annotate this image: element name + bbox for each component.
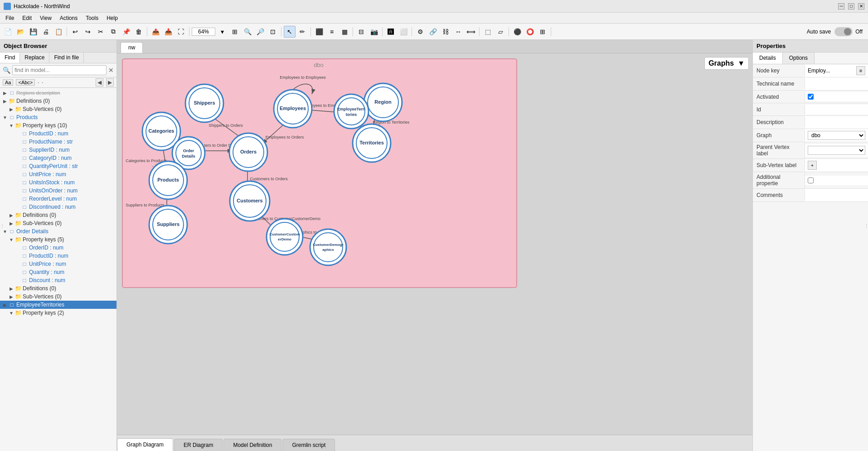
layout-btn[interactable]: ⊟ (355, 26, 367, 38)
menu-help[interactable]: Help (103, 14, 121, 22)
tree-row-qpu[interactable]: □ QuantityPerUnit : str (0, 162, 116, 170)
delete-button[interactable]: 🗑 (133, 26, 145, 38)
tree-row-categoryid[interactable]: □ CategoryID : num (0, 154, 116, 162)
graph-dropdown[interactable]: dbo (808, 131, 865, 140)
menu-actions[interactable]: Actions (56, 14, 81, 22)
search-input[interactable] (12, 65, 107, 75)
replace-tab[interactable]: Replace (20, 53, 49, 63)
find-in-file-tab[interactable]: Find in file (49, 53, 84, 63)
graph-diagram[interactable]: dbo Employees to Employees Shippers to O… (121, 58, 743, 417)
description-input[interactable] (808, 119, 868, 125)
tab-gremlin-script[interactable]: Gremlin script (282, 439, 335, 451)
zoom-display[interactable]: 64% (192, 28, 215, 36)
minimize-button[interactable]: ─ (838, 3, 844, 10)
props-tab-details[interactable]: Details (753, 53, 783, 64)
fullscreen-button[interactable]: ⛶ (175, 26, 187, 38)
link-btn[interactable]: 🔗 (427, 26, 439, 38)
tree-row-productid2[interactable]: □ ProductID : num (0, 252, 116, 260)
tab-graph-diagram[interactable]: Graph Diagram (117, 438, 173, 451)
tree-row-unitsinstock[interactable]: □ UnitsInStock : num (0, 178, 116, 187)
align-right[interactable]: ▦ (339, 26, 350, 38)
exp-sv-products[interactable]: ▶ (8, 221, 15, 226)
tree-item-subvertices1[interactable]: ▶ 📁 Sub-Vertices (0) (0, 105, 116, 113)
tree-row-unitsonorder[interactable]: □ UnitsOnOrder : num (0, 187, 116, 195)
tab-er-diagram[interactable]: ER Diagram (174, 439, 223, 451)
cut-button[interactable]: ✂ (95, 26, 107, 38)
find-tab[interactable]: Find (0, 53, 20, 63)
export-button[interactable]: 📤 (150, 26, 161, 38)
close-button[interactable]: ✕ (858, 3, 864, 10)
expander-products[interactable]: ▼ (2, 115, 8, 120)
tab-model-definition[interactable]: Model Definition (223, 439, 281, 451)
import-button[interactable]: 📥 (162, 26, 174, 38)
expander-def1[interactable]: ▶ (2, 99, 8, 104)
case-sensitive-option[interactable]: Aa (3, 79, 13, 86)
tree-item-regions[interactable]: ▶ □ Regions description (0, 89, 116, 97)
new-button[interactable]: 📄 (2, 26, 14, 38)
additional-checkbox[interactable] (808, 178, 814, 183)
tree-item-def-products[interactable]: ▶ 📁 Definitions (0) (0, 211, 116, 219)
tree-row-unitprice2[interactable]: □ UnitPrice : num (0, 260, 116, 268)
exp-orderdetails[interactable]: ▼ (2, 229, 8, 234)
tree-row-reorderlevel[interactable]: □ ReorderLevel : num (0, 195, 116, 203)
chain2-btn[interactable]: ⟺ (465, 26, 477, 38)
nodekey-edit-button[interactable]: ≡ (856, 66, 865, 75)
tree-item-def-od[interactable]: ▶ 📁 Definitions (0) (0, 284, 116, 293)
chain-btn[interactable]: ↔ (452, 26, 464, 38)
align-left[interactable]: ⬛ (313, 26, 325, 38)
format2-btn[interactable]: ⬜ (398, 26, 409, 38)
save-button[interactable]: 💾 (27, 26, 39, 38)
panel-resize-handle[interactable]: ⋮ (864, 223, 868, 228)
circle-out-btn[interactable]: ⭕ (524, 26, 536, 38)
menu-edit[interactable]: Edit (19, 14, 35, 22)
menu-file[interactable]: File (2, 14, 18, 22)
tree-item-definitions1[interactable]: ▶ 📁 Definitions (0) (0, 97, 116, 105)
techname-input[interactable] (808, 81, 868, 87)
exp-pk-et[interactable]: ▼ (8, 311, 15, 316)
tree-item-propkeys-products[interactable]: ▼ 📁 Property keys (10) (0, 121, 116, 130)
exp-def-od[interactable]: ▶ (8, 286, 15, 291)
tree-item-pk-et[interactable]: ▼ 📁 Property keys (2) (0, 309, 116, 317)
zoom-in-button[interactable]: 🔍 (242, 26, 253, 38)
panel-btn[interactable]: ▱ (495, 26, 506, 38)
node-ccd[interactable] (267, 219, 303, 255)
tree-row-discount[interactable]: □ Discount : num (0, 276, 116, 284)
parentvertex-dropdown[interactable] (808, 146, 865, 155)
tree-row-quantity[interactable]: □ Quantity : num (0, 268, 116, 276)
print-button[interactable]: 🖨 (40, 26, 52, 38)
graphs-dropdown[interactable]: Graphs ▼ (704, 57, 749, 70)
search-type-option[interactable]: <Abc> (16, 79, 35, 86)
save-as-button[interactable]: 📋 (53, 26, 64, 38)
zoom-reset-button[interactable]: ⊡ (267, 26, 279, 38)
autosave-toggle[interactable] (834, 27, 853, 36)
menu-tools[interactable]: Tools (82, 14, 102, 22)
grid-btn[interactable]: ⊞ (537, 26, 548, 38)
right-panel-resize-handle[interactable]: ⋮ (0, 223, 3, 228)
tree-row-orderid[interactable]: □ OrderID : num (0, 244, 116, 252)
tree-item-employeeterritories[interactable]: ▶ □ EmployeeTerritories (0, 301, 116, 309)
select-tool[interactable]: ↖ (284, 26, 296, 38)
expander-regions[interactable]: ▶ (2, 91, 8, 96)
exp-et[interactable]: ▶ (2, 302, 8, 307)
copy-button[interactable]: ⧉ (107, 26, 119, 38)
zoom-out-button[interactable]: 🔎 (254, 26, 266, 38)
exp-pk-od[interactable]: ▼ (8, 237, 15, 242)
tree-item-sv-products[interactable]: ▶ 📁 Sub-Vertices (0) (0, 219, 116, 227)
exp-sv-od[interactable]: ▶ (8, 294, 15, 299)
comments-input[interactable] (808, 192, 868, 198)
search-clear-button[interactable]: ✕ (108, 67, 114, 74)
window-btn[interactable]: ⬚ (482, 26, 494, 38)
tree-item-orderdetails[interactable]: ▼ □ Order Details (0, 227, 116, 235)
zoom-fit-button[interactable]: ⊞ (229, 26, 241, 38)
activated-checkbox[interactable] (808, 94, 814, 100)
plugin-btn[interactable]: ⚙ (414, 26, 426, 38)
screenshot-btn[interactable]: 📷 (368, 26, 380, 38)
subvertex-add-button[interactable]: + (808, 161, 817, 170)
menu-view[interactable]: View (36, 14, 55, 22)
format-btn[interactable]: 🅰 (385, 26, 397, 38)
paste-button[interactable]: 📌 (120, 26, 132, 38)
tree-row-productid[interactable]: □ ProductID : num (0, 130, 116, 138)
tree-row-productname[interactable]: □ ProductName : str (0, 138, 116, 146)
pen-tool[interactable]: ✏ (296, 26, 308, 38)
exp-def-products[interactable]: ▶ (8, 213, 15, 218)
